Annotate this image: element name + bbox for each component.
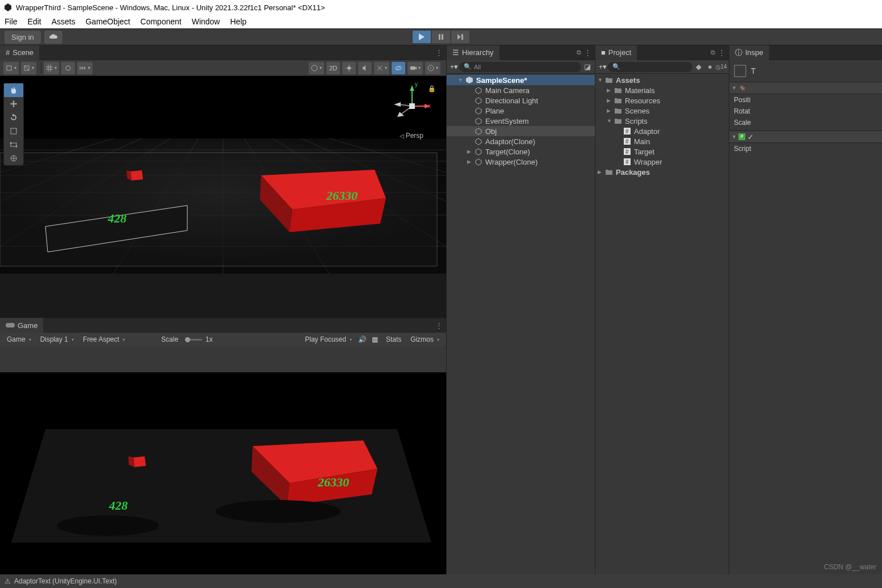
svg-marker-71 — [476, 108, 481, 114]
tree-row[interactable]: ▼Scripts — [595, 116, 729, 126]
tree-row[interactable]: ▶Resources — [595, 95, 729, 106]
play-focus-select[interactable]: Play Focused — [300, 333, 356, 346]
hierarchy-add-button[interactable]: +▾ — [449, 62, 459, 71]
expand-arrow-icon[interactable]: ▶ — [607, 87, 614, 93]
tree-row[interactable]: #Target — [595, 146, 729, 157]
tree-row[interactable]: ▼SampleScene* — [447, 75, 595, 85]
signin-button[interactable]: Sign in — [5, 31, 41, 44]
svg-marker-1 — [419, 33, 425, 40]
tab-hierarchy[interactable]: ☰ Hierarchy — [447, 45, 499, 60]
tool-pivot[interactable] — [3, 62, 19, 74]
tree-row[interactable]: Main Camera — [447, 85, 595, 95]
scene-view[interactable]: 428 26330 y — [0, 76, 446, 318]
tree-row[interactable]: Obj — [447, 126, 595, 136]
tool-snap[interactable] — [61, 62, 75, 74]
tool-camera[interactable] — [408, 62, 423, 74]
scale-slider[interactable] — [185, 339, 202, 341]
rect-tool[interactable] — [4, 138, 23, 152]
menu-assets[interactable]: Assets — [52, 17, 75, 26]
play-button[interactable] — [413, 31, 431, 43]
tool-hidden[interactable] — [392, 62, 405, 74]
rotation-row[interactable]: Rotat — [729, 106, 882, 117]
menu-file[interactable]: File — [5, 17, 18, 26]
lock-icon[interactable]: 🔒 — [428, 85, 436, 93]
tab-project[interactable]: ■ Project — [595, 45, 637, 60]
expand-arrow-icon[interactable]: ▶ — [598, 169, 604, 175]
scale-row[interactable]: Scale — [729, 117, 882, 128]
tree-row[interactable]: ▼Assets — [595, 75, 729, 85]
project-menu-icon[interactable]: ⋮ — [718, 48, 725, 57]
tab-game[interactable]: Game — [0, 318, 43, 333]
persp-label[interactable]: ◁ Persp — [400, 132, 423, 140]
project-filter2-icon[interactable]: ● — [705, 62, 715, 72]
expand-arrow-icon[interactable]: ▼ — [458, 77, 465, 83]
script-component[interactable]: ▼ # ✓ — [729, 131, 882, 143]
tree-row[interactable]: ▶Materials — [595, 85, 729, 95]
tool-2d[interactable]: 2D — [326, 62, 340, 74]
tree-row[interactable]: ▶Scenes — [595, 106, 729, 116]
expand-arrow-icon[interactable]: ▼ — [607, 118, 614, 124]
game-display-select[interactable]: Display 1 — [36, 333, 78, 346]
project-search[interactable]: 🔍 — [608, 62, 692, 72]
menu-gameobject[interactable]: GameObject — [86, 17, 131, 26]
scale-tool[interactable] — [4, 124, 23, 138]
pause-button[interactable] — [432, 31, 450, 43]
expand-arrow-icon[interactable]: ▶ — [467, 159, 474, 165]
tab-scene[interactable]: # Scene — [0, 45, 39, 60]
tree-row[interactable]: #Main — [595, 136, 729, 146]
game-camera-select[interactable]: Game — [2, 333, 36, 346]
tree-row[interactable]: ▶Packages — [595, 167, 729, 177]
tool-lighting[interactable] — [342, 62, 356, 74]
rotate-tool[interactable] — [4, 111, 23, 124]
stats-button[interactable]: Stats — [381, 335, 406, 343]
hierarchy-menu-icon[interactable]: ⋮ — [584, 48, 591, 57]
hierarchy-popout-icon[interactable]: ⧉ — [577, 49, 581, 56]
project-popout-icon[interactable]: ⧉ — [711, 49, 715, 56]
tree-row[interactable]: ▶Wrapper(Clone) — [447, 157, 595, 167]
cloud-button[interactable] — [44, 31, 62, 44]
game-menu-icon[interactable]: ⋮ — [435, 321, 443, 330]
transform-component[interactable]: ▼ — [729, 82, 882, 94]
mute-icon[interactable]: 🔊 — [356, 335, 369, 343]
menu-help[interactable]: Help — [230, 17, 246, 26]
stats-icon[interactable]: ▦ — [369, 335, 381, 343]
hand-tool[interactable] — [4, 83, 23, 97]
tree-row[interactable]: #Adaptor — [595, 126, 729, 136]
menu-window[interactable]: Window — [192, 17, 220, 26]
tool-audio[interactable] — [358, 62, 372, 74]
tab-inspector[interactable]: ⓘ Inspe — [729, 45, 769, 60]
step-button[interactable] — [451, 31, 469, 43]
expand-arrow-icon[interactable]: ▶ — [607, 98, 614, 103]
gizmos-button[interactable]: Gizmos — [406, 333, 444, 346]
tool-effects[interactable] — [374, 62, 389, 74]
tool-gizmos[interactable] — [425, 62, 440, 74]
tree-row[interactable]: Plane — [447, 106, 595, 116]
tool-increment[interactable] — [77, 62, 93, 74]
expand-arrow-icon[interactable]: ▼ — [598, 77, 604, 83]
expand-arrow-icon[interactable]: ▶ — [607, 108, 614, 114]
hierarchy-search[interactable]: 🔍 All — [459, 62, 581, 72]
tool-grid-toggle[interactable] — [44, 62, 59, 74]
project-hidden-icon[interactable]: ⦸14 — [716, 62, 726, 72]
tool-local[interactable] — [21, 62, 36, 74]
game-aspect-select[interactable]: Free Aspect — [78, 333, 158, 346]
tree-row[interactable]: #Wrapper — [595, 157, 729, 167]
tree-row[interactable]: Adaptor(Clone) — [447, 136, 595, 146]
game-view[interactable]: 428 26330 — [0, 346, 446, 588]
tree-row[interactable]: Directional Light — [447, 95, 595, 106]
svg-marker-74 — [476, 138, 481, 145]
search-icon: 🔍 — [464, 63, 472, 70]
scene-menu-icon[interactable]: ⋮ — [435, 48, 443, 57]
tool-draw-mode[interactable] — [309, 62, 324, 74]
expand-arrow-icon[interactable]: ▶ — [467, 149, 474, 154]
project-add-button[interactable]: +▾ — [598, 62, 608, 71]
position-row[interactable]: Positi — [729, 94, 882, 106]
menu-component[interactable]: Component — [140, 17, 181, 26]
tree-row[interactable]: EventSystem — [447, 116, 595, 126]
hierarchy-filter-icon[interactable]: ◪ — [582, 62, 593, 72]
menu-edit[interactable]: Edit — [28, 17, 41, 26]
move-tool[interactable] — [4, 97, 23, 111]
project-filter1-icon[interactable]: ◆ — [694, 62, 704, 72]
transform-tool[interactable] — [4, 152, 23, 165]
tree-row[interactable]: ▶Target(Clone) — [447, 146, 595, 157]
